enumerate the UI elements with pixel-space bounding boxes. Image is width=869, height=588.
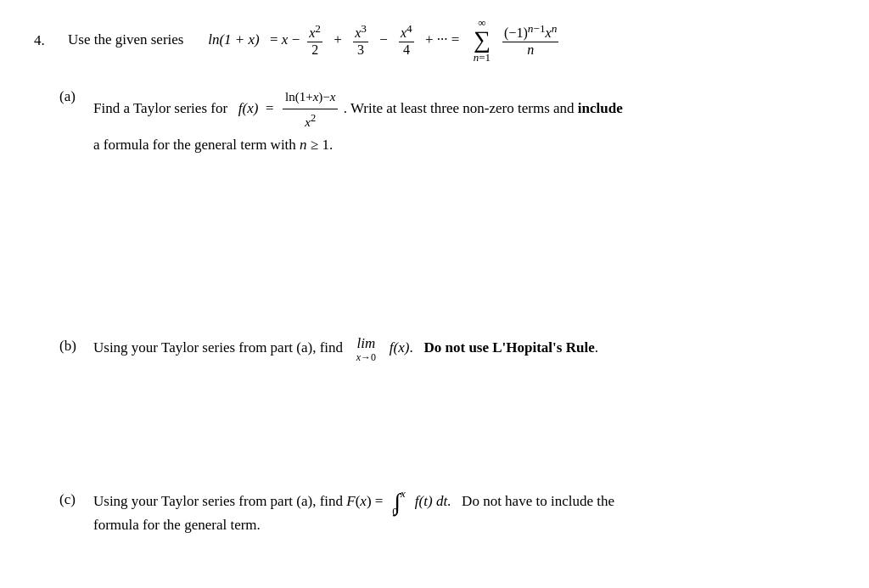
part-a-text-before: Find a Taylor series for — [93, 100, 227, 116]
part-b-text: Using your Taylor series from part (a), … — [93, 339, 343, 356]
problem-statement: Use the given series ln(1 + x) = x − x2 … — [68, 17, 560, 63]
part-b-label: (b) — [59, 336, 83, 355]
part-b-period: . — [595, 339, 598, 356]
part-b: (b) Using your Taylor series from part (… — [59, 336, 835, 362]
sigma-notation: ∞ ∑ n=1 — [474, 17, 491, 63]
part-c-label: (c) — [59, 490, 83, 508]
integral-notation: ∫ x 0 — [394, 492, 401, 512]
part-b-bold: Do not use L'Hopital's Rule — [423, 339, 594, 356]
part-a-fraction: ln(1+x)−x x2 — [283, 87, 338, 133]
part-a-function: f(x) — [238, 100, 259, 116]
part-a-label: (a) — [59, 87, 83, 105]
part-a-equals: = — [266, 100, 274, 116]
parts-section: (a) Find a Taylor series for f(x) = ln(1… — [34, 87, 835, 538]
part-b-content: Using your Taylor series from part (a), … — [93, 336, 835, 362]
problem-number: 4. — [34, 17, 54, 49]
part-a: (a) Find a Taylor series for f(x) = ln(1… — [59, 87, 835, 158]
plus-sign-1: + — [330, 31, 345, 48]
part-a-text-after: . Write at least three non-zero terms an… — [344, 100, 623, 116]
frac-x3-3: x3 3 — [353, 22, 368, 57]
ln-expr: ln(1 + x) — [208, 31, 260, 48]
workspace-a — [34, 175, 835, 311]
part-c-integrand: f(t) dt — [415, 493, 447, 509]
frac-x4-4: x4 4 — [399, 22, 414, 57]
intro-text: Use the given series — [68, 31, 183, 48]
equals-sign: = x − — [266, 31, 300, 48]
series-general-term: (−1)n−1xn n — [502, 22, 558, 57]
part-a-text-end: a formula for the general term with n ≥ … — [93, 137, 333, 153]
limit-notation: lim x→0 — [356, 336, 376, 362]
part-c-text3: formula for the general term. — [93, 517, 261, 533]
ellipsis-equals: + ··· = — [422, 31, 463, 48]
part-a-content: Find a Taylor series for f(x) = ln(1+x)−… — [93, 87, 835, 158]
part-c-content: Using your Taylor series from part (a), … — [93, 490, 835, 539]
part-c-text2: Do not have to include the — [462, 493, 614, 509]
problem-header: 4. Use the given series ln(1 + x) = x − … — [34, 17, 835, 63]
frac-x2-2: x2 2 — [307, 22, 322, 57]
minus-sign-1: − — [376, 31, 391, 48]
workspace-b — [34, 379, 835, 464]
part-b-function: f(x) — [390, 339, 410, 356]
part-c-text1: Using your Taylor series from part (a), … — [93, 493, 383, 509]
part-c: (c) Using your Taylor series from part (… — [59, 490, 835, 539]
page-content: 4. Use the given series ln(1 + x) = x − … — [34, 17, 835, 538]
